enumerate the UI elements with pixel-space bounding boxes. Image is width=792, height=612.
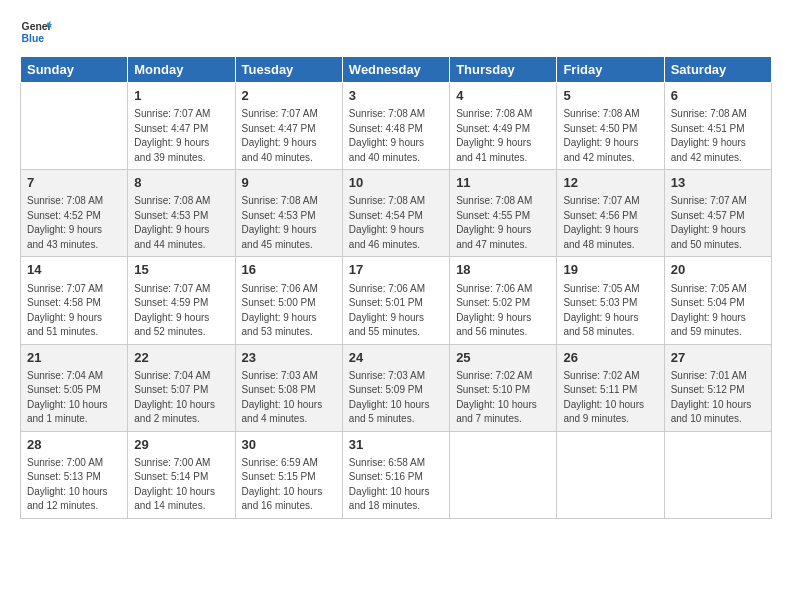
calendar-cell: 24Sunrise: 7:03 AM Sunset: 5:09 PM Dayli… [342,344,449,431]
col-header-monday: Monday [128,57,235,83]
calendar-cell [21,83,128,170]
calendar-cell: 6Sunrise: 7:08 AM Sunset: 4:51 PM Daylig… [664,83,771,170]
day-number: 18 [456,261,550,279]
col-header-wednesday: Wednesday [342,57,449,83]
day-content: Sunrise: 7:02 AM Sunset: 5:11 PM Dayligh… [563,369,657,427]
week-row-3: 14Sunrise: 7:07 AM Sunset: 4:58 PM Dayli… [21,257,772,344]
day-content: Sunrise: 7:07 AM Sunset: 4:57 PM Dayligh… [671,194,765,252]
day-number: 16 [242,261,336,279]
logo: General Blue [20,16,52,48]
calendar-cell [664,431,771,518]
day-content: Sunrise: 7:07 AM Sunset: 4:59 PM Dayligh… [134,282,228,340]
day-number: 9 [242,174,336,192]
logo-icon: General Blue [20,16,52,48]
day-content: Sunrise: 7:07 AM Sunset: 4:56 PM Dayligh… [563,194,657,252]
calendar-cell: 26Sunrise: 7:02 AM Sunset: 5:11 PM Dayli… [557,344,664,431]
day-number: 11 [456,174,550,192]
day-content: Sunrise: 7:06 AM Sunset: 5:01 PM Dayligh… [349,282,443,340]
day-number: 28 [27,436,121,454]
day-content: Sunrise: 7:00 AM Sunset: 5:14 PM Dayligh… [134,456,228,514]
calendar-cell: 9Sunrise: 7:08 AM Sunset: 4:53 PM Daylig… [235,170,342,257]
calendar-cell: 10Sunrise: 7:08 AM Sunset: 4:54 PM Dayli… [342,170,449,257]
day-content: Sunrise: 7:06 AM Sunset: 5:02 PM Dayligh… [456,282,550,340]
day-content: Sunrise: 7:08 AM Sunset: 4:48 PM Dayligh… [349,107,443,165]
calendar-cell: 19Sunrise: 7:05 AM Sunset: 5:03 PM Dayli… [557,257,664,344]
day-content: Sunrise: 7:08 AM Sunset: 4:53 PM Dayligh… [242,194,336,252]
week-row-4: 21Sunrise: 7:04 AM Sunset: 5:05 PM Dayli… [21,344,772,431]
day-content: Sunrise: 7:08 AM Sunset: 4:55 PM Dayligh… [456,194,550,252]
day-content: Sunrise: 7:06 AM Sunset: 5:00 PM Dayligh… [242,282,336,340]
day-content: Sunrise: 7:07 AM Sunset: 4:47 PM Dayligh… [134,107,228,165]
header-row: SundayMondayTuesdayWednesdayThursdayFrid… [21,57,772,83]
calendar-cell: 18Sunrise: 7:06 AM Sunset: 5:02 PM Dayli… [450,257,557,344]
day-content: Sunrise: 7:08 AM Sunset: 4:50 PM Dayligh… [563,107,657,165]
day-number: 10 [349,174,443,192]
day-number: 8 [134,174,228,192]
col-header-thursday: Thursday [450,57,557,83]
day-content: Sunrise: 7:05 AM Sunset: 5:04 PM Dayligh… [671,282,765,340]
page: General Blue SundayMondayTuesdayWednesda… [0,0,792,529]
day-number: 2 [242,87,336,105]
col-header-saturday: Saturday [664,57,771,83]
day-content: Sunrise: 7:08 AM Sunset: 4:51 PM Dayligh… [671,107,765,165]
calendar-cell: 31Sunrise: 6:58 AM Sunset: 5:16 PM Dayli… [342,431,449,518]
day-number: 6 [671,87,765,105]
day-number: 27 [671,349,765,367]
day-number: 26 [563,349,657,367]
calendar-cell: 21Sunrise: 7:04 AM Sunset: 5:05 PM Dayli… [21,344,128,431]
calendar-cell: 25Sunrise: 7:02 AM Sunset: 5:10 PM Dayli… [450,344,557,431]
day-content: Sunrise: 7:01 AM Sunset: 5:12 PM Dayligh… [671,369,765,427]
day-content: Sunrise: 7:02 AM Sunset: 5:10 PM Dayligh… [456,369,550,427]
day-content: Sunrise: 7:05 AM Sunset: 5:03 PM Dayligh… [563,282,657,340]
week-row-2: 7Sunrise: 7:08 AM Sunset: 4:52 PM Daylig… [21,170,772,257]
day-content: Sunrise: 6:58 AM Sunset: 5:16 PM Dayligh… [349,456,443,514]
col-header-tuesday: Tuesday [235,57,342,83]
calendar-cell [450,431,557,518]
calendar-cell: 23Sunrise: 7:03 AM Sunset: 5:08 PM Dayli… [235,344,342,431]
day-number: 22 [134,349,228,367]
col-header-sunday: Sunday [21,57,128,83]
calendar-table: SundayMondayTuesdayWednesdayThursdayFrid… [20,56,772,519]
svg-text:Blue: Blue [22,33,45,44]
day-number: 12 [563,174,657,192]
day-number: 24 [349,349,443,367]
day-number: 7 [27,174,121,192]
calendar-cell: 11Sunrise: 7:08 AM Sunset: 4:55 PM Dayli… [450,170,557,257]
calendar-cell: 8Sunrise: 7:08 AM Sunset: 4:53 PM Daylig… [128,170,235,257]
day-content: Sunrise: 7:03 AM Sunset: 5:08 PM Dayligh… [242,369,336,427]
day-number: 21 [27,349,121,367]
day-content: Sunrise: 7:08 AM Sunset: 4:54 PM Dayligh… [349,194,443,252]
calendar-cell: 2Sunrise: 7:07 AM Sunset: 4:47 PM Daylig… [235,83,342,170]
calendar-cell: 14Sunrise: 7:07 AM Sunset: 4:58 PM Dayli… [21,257,128,344]
day-number: 31 [349,436,443,454]
day-number: 29 [134,436,228,454]
day-content: Sunrise: 7:07 AM Sunset: 4:47 PM Dayligh… [242,107,336,165]
calendar-cell: 29Sunrise: 7:00 AM Sunset: 5:14 PM Dayli… [128,431,235,518]
day-number: 13 [671,174,765,192]
calendar-cell: 22Sunrise: 7:04 AM Sunset: 5:07 PM Dayli… [128,344,235,431]
calendar-cell: 13Sunrise: 7:07 AM Sunset: 4:57 PM Dayli… [664,170,771,257]
day-number: 19 [563,261,657,279]
calendar-cell: 17Sunrise: 7:06 AM Sunset: 5:01 PM Dayli… [342,257,449,344]
calendar-cell: 4Sunrise: 7:08 AM Sunset: 4:49 PM Daylig… [450,83,557,170]
day-number: 23 [242,349,336,367]
day-content: Sunrise: 7:04 AM Sunset: 5:07 PM Dayligh… [134,369,228,427]
day-number: 5 [563,87,657,105]
calendar-cell: 20Sunrise: 7:05 AM Sunset: 5:04 PM Dayli… [664,257,771,344]
day-content: Sunrise: 6:59 AM Sunset: 5:15 PM Dayligh… [242,456,336,514]
day-content: Sunrise: 7:04 AM Sunset: 5:05 PM Dayligh… [27,369,121,427]
day-number: 4 [456,87,550,105]
day-content: Sunrise: 7:00 AM Sunset: 5:13 PM Dayligh… [27,456,121,514]
calendar-cell: 27Sunrise: 7:01 AM Sunset: 5:12 PM Dayli… [664,344,771,431]
calendar-cell: 16Sunrise: 7:06 AM Sunset: 5:00 PM Dayli… [235,257,342,344]
calendar-cell: 28Sunrise: 7:00 AM Sunset: 5:13 PM Dayli… [21,431,128,518]
day-number: 17 [349,261,443,279]
calendar-cell: 1Sunrise: 7:07 AM Sunset: 4:47 PM Daylig… [128,83,235,170]
calendar-cell: 7Sunrise: 7:08 AM Sunset: 4:52 PM Daylig… [21,170,128,257]
day-number: 25 [456,349,550,367]
day-content: Sunrise: 7:08 AM Sunset: 4:49 PM Dayligh… [456,107,550,165]
day-content: Sunrise: 7:03 AM Sunset: 5:09 PM Dayligh… [349,369,443,427]
day-content: Sunrise: 7:08 AM Sunset: 4:53 PM Dayligh… [134,194,228,252]
day-number: 3 [349,87,443,105]
calendar-cell: 3Sunrise: 7:08 AM Sunset: 4:48 PM Daylig… [342,83,449,170]
